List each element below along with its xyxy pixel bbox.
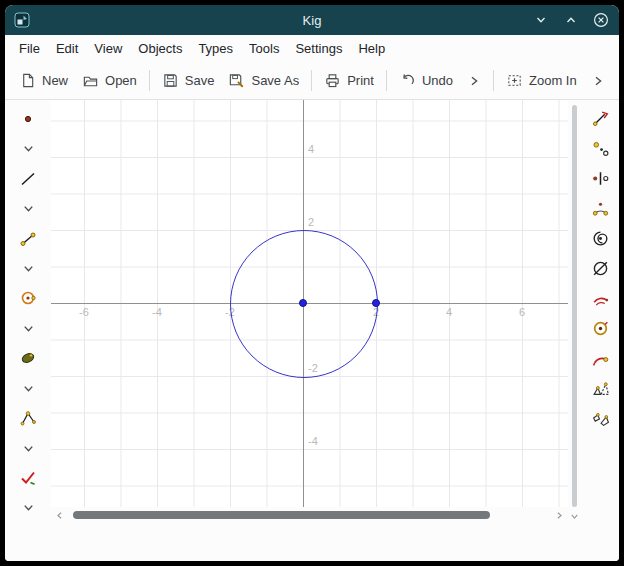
points-tool[interactable] <box>5 104 51 134</box>
hscroll-track[interactable] <box>67 507 552 523</box>
zoom-in-button-label: Zoom In <box>529 73 577 88</box>
print-icon <box>324 72 341 89</box>
lines-tool-expander[interactable] <box>5 194 51 224</box>
kig-window: Kig FileEditViewObjectsTypesToolsSetting… <box>5 5 619 561</box>
main-area: -6-4-224642-2-4 <box>5 100 619 523</box>
main-toolbar: NewOpenSaveSave AsPrintUndoZoom In <box>5 62 619 100</box>
hscroll-thumb[interactable] <box>73 511 490 519</box>
circles-tool-expander[interactable] <box>5 313 51 343</box>
geometry-point[interactable] <box>372 299 380 307</box>
minimize-button[interactable] <box>532 11 550 29</box>
menubar: FileEditViewObjectsTypesToolsSettingsHel… <box>5 35 619 62</box>
arcs-icon <box>591 289 610 308</box>
save-button-label: Save <box>185 73 215 88</box>
save-as-button[interactable]: Save As <box>221 67 306 94</box>
maximize-button[interactable] <box>562 11 580 29</box>
save-icon <box>162 72 179 89</box>
similarity-tool[interactable] <box>591 378 610 398</box>
hscroll-right-icon[interactable] <box>554 510 565 521</box>
chevron-down-icon <box>21 201 36 216</box>
close-button[interactable] <box>592 11 610 29</box>
save-as-button-label: Save As <box>251 73 299 88</box>
minimize-icon <box>534 13 548 27</box>
tests-tool[interactable] <box>5 463 51 493</box>
conics-tool[interactable] <box>5 343 51 373</box>
status-bar <box>5 523 619 561</box>
maximize-icon <box>564 13 578 27</box>
zoom-in-button[interactable]: Zoom In <box>499 67 584 94</box>
menu-settings[interactable]: Settings <box>287 38 350 59</box>
chevron-right-icon <box>591 74 605 88</box>
geometry-point[interactable] <box>299 299 307 307</box>
angles-tool-expander[interactable] <box>5 433 51 463</box>
chevron-down-icon <box>21 141 36 156</box>
new-button-label: New <box>42 73 68 88</box>
menu-tools[interactable]: Tools <box>241 38 287 59</box>
vscroll-down-icon[interactable] <box>569 511 580 522</box>
menu-edit[interactable]: Edit <box>48 38 86 59</box>
toolbar-separator <box>311 70 312 91</box>
vscroll-thumb[interactable] <box>572 105 577 507</box>
undo-icon <box>399 72 416 89</box>
translate-tool[interactable] <box>591 108 610 128</box>
titlebar[interactable]: Kig <box>5 5 619 35</box>
menu-help[interactable]: Help <box>350 38 393 59</box>
menu-view[interactable]: View <box>86 38 130 59</box>
projectivity-icon <box>591 409 610 428</box>
spiral-similarity-tool[interactable] <box>591 228 610 248</box>
rotation-tool[interactable] <box>591 198 610 218</box>
angles-tool[interactable] <box>5 403 51 433</box>
geometry-canvas[interactable]: -6-4-224642-2-4 <box>51 100 568 507</box>
inversion-icon <box>591 259 610 278</box>
undo-more-button[interactable] <box>460 69 488 93</box>
arc-point-tool[interactable] <box>591 348 610 368</box>
conics-tool-expander[interactable] <box>5 373 51 403</box>
menu-file[interactable]: File <box>11 38 48 59</box>
undo-button[interactable]: Undo <box>392 67 460 94</box>
lines-tool[interactable] <box>5 164 51 194</box>
undo-button-label: Undo <box>422 73 453 88</box>
menu-objects[interactable]: Objects <box>130 38 190 59</box>
toolbar-separator <box>149 70 150 91</box>
y-axis-tick-label: 2 <box>308 216 314 228</box>
circle-inversion-tool[interactable] <box>591 258 610 278</box>
segments-tool-expander[interactable] <box>5 254 51 284</box>
menu-types[interactable]: Types <box>190 38 241 59</box>
app-icon <box>14 12 30 28</box>
chevron-down-icon <box>21 321 36 336</box>
x-axis-tick-label: -4 <box>152 306 162 318</box>
rotate-circle-tool[interactable] <box>591 318 610 338</box>
y-axis-tick-label: -4 <box>308 435 318 447</box>
tests-tool-expander[interactable] <box>5 493 51 523</box>
arcs-tool[interactable] <box>591 288 610 308</box>
horizontal-scrollbar[interactable] <box>51 507 568 523</box>
hscroll-left-icon[interactable] <box>54 510 65 521</box>
y-axis-tick-label: 4 <box>308 143 314 155</box>
point-icon <box>19 110 37 128</box>
axial-reflection-tool[interactable] <box>591 168 610 188</box>
zoom-in-icon <box>506 72 523 89</box>
spiral-icon <box>591 229 610 248</box>
projectivity-tool[interactable] <box>591 408 610 428</box>
x-axis-tick-label: 4 <box>446 306 452 318</box>
angle-icon <box>19 409 37 427</box>
new-button[interactable]: New <box>12 67 75 94</box>
chevron-down-icon <box>21 261 36 276</box>
circles-tool[interactable] <box>5 284 51 314</box>
print-button[interactable]: Print <box>317 67 381 94</box>
segments-tool[interactable] <box>5 224 51 254</box>
chevron-down-icon <box>21 441 36 456</box>
close-icon <box>593 12 609 28</box>
vscroll-track[interactable] <box>568 103 581 511</box>
left-tool-rail <box>5 100 51 523</box>
x-axis-tick-label: 6 <box>519 306 525 318</box>
open-button[interactable]: Open <box>75 67 144 94</box>
toolbar-overflow-button[interactable] <box>584 69 612 93</box>
save-button[interactable]: Save <box>155 67 222 94</box>
vertical-scrollbar[interactable] <box>568 100 581 523</box>
central-symmetry-tool[interactable] <box>591 138 610 158</box>
window-title: Kig <box>5 13 619 28</box>
segment-icon <box>19 230 37 248</box>
translate-icon <box>591 109 610 128</box>
points-tool-expander[interactable] <box>5 134 51 164</box>
